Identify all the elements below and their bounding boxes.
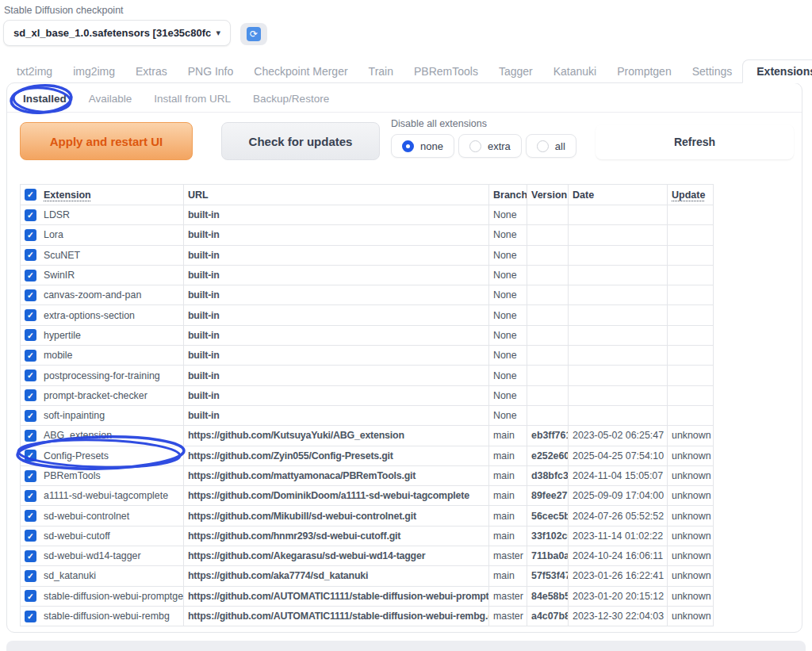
subtab-install-from-url[interactable]: Install from URL <box>154 93 231 105</box>
extension-checkbox[interactable]: ✓ <box>25 470 36 482</box>
extension-checkbox[interactable]: ✓ <box>25 389 36 401</box>
extension-url: https://github.com/aka7774/sd_katanuki <box>184 566 489 586</box>
extension-branch: None <box>489 325 527 345</box>
extension-date: 2023-01-20 20:15:12 <box>569 586 668 606</box>
next-section-edge <box>6 641 806 651</box>
checkpoint-value: sd_xl_base_1.0.safetensors [31e35c80fc] <box>13 27 211 39</box>
extension-checkbox[interactable]: ✓ <box>25 590 36 602</box>
extension-update <box>668 225 714 245</box>
extension-date <box>569 366 668 385</box>
radio-label: extra <box>488 140 511 152</box>
extension-update <box>668 205 714 225</box>
extension-version <box>527 385 569 405</box>
extension-checkbox[interactable]: ✓ <box>25 229 36 241</box>
extension-checkbox[interactable]: ✓ <box>25 450 36 461</box>
extension-checkbox[interactable]: ✓ <box>25 410 36 422</box>
extension-version: 711ba0af <box>527 546 569 566</box>
extension-checkbox[interactable]: ✓ <box>25 510 36 522</box>
extension-url: https://github.com/Mikubill/sd-webui-con… <box>184 506 489 526</box>
tab-settings[interactable]: Settings <box>682 59 743 82</box>
checkpoint-dropdown[interactable]: sd_xl_base_1.0.safetensors [31e35c80fc] … <box>3 20 231 46</box>
extension-checkbox[interactable]: ✓ <box>25 530 36 542</box>
table-row: ✓ sd_katanuki https://github.com/aka7774… <box>21 566 714 586</box>
radio-option-extra[interactable]: extra <box>458 134 522 158</box>
subtab-backup-restore[interactable]: Backup/Restore <box>253 93 329 105</box>
extension-date <box>569 205 668 225</box>
extension-update: unknown <box>668 606 714 626</box>
tab-tagger[interactable]: Tagger <box>488 59 543 82</box>
column-header-branch: Branch <box>489 185 527 205</box>
tab-txt2img[interactable]: txt2img <box>6 59 63 82</box>
extension-date <box>569 346 668 366</box>
extension-url: built-in <box>184 366 489 385</box>
table-row: ✓ canvas-zoom-and-pan built-in None <box>21 285 714 305</box>
extension-checkbox[interactable]: ✓ <box>25 430 36 442</box>
extension-update <box>668 305 714 325</box>
extension-date: 2025-09-09 17:04:00 <box>569 486 668 506</box>
tab-katanuki[interactable]: Katanuki <box>543 59 607 82</box>
extension-date <box>569 265 668 285</box>
table-row: ✓ ABG_extension https://github.com/Kutsu… <box>21 426 714 446</box>
column-header-update[interactable]: Update <box>672 190 705 201</box>
extension-branch: None <box>489 405 527 425</box>
extension-version: a4c07b85 <box>527 606 569 626</box>
extension-name: SwinIR <box>44 270 75 281</box>
table-row: ✓ SwinIR built-in None <box>21 265 714 285</box>
extension-date: 2023-05-02 06:25:47 <box>569 426 668 446</box>
extension-name: sd-webui-wd14-tagger <box>44 550 141 561</box>
select-all-checkbox[interactable]: ✓ <box>25 189 36 201</box>
tab-train[interactable]: Train <box>358 59 404 82</box>
extension-checkbox[interactable]: ✓ <box>25 289 36 301</box>
extension-branch: None <box>489 305 527 325</box>
extensions-table-body: ✓ LDSR built-in None ✓ Lora built-in Non… <box>21 205 714 626</box>
extension-branch: None <box>489 385 527 405</box>
tab-checkpoint-merger[interactable]: Checkpoint Merger <box>243 59 358 82</box>
extension-update <box>668 366 714 385</box>
extension-checkbox[interactable]: ✓ <box>25 370 36 381</box>
subtab-installed[interactable]: Installed <box>23 93 67 105</box>
tab-png-info[interactable]: PNG Info <box>178 59 244 82</box>
extension-checkbox[interactable]: ✓ <box>25 270 36 281</box>
extension-checkbox[interactable]: ✓ <box>25 249 36 261</box>
refresh-checkpoints-button[interactable]: ⟳ <box>240 23 267 45</box>
extension-date <box>569 285 668 305</box>
extension-date <box>569 405 668 425</box>
extension-date: 2024-11-04 15:05:07 <box>569 465 668 485</box>
extension-url: https://github.com/hnmr293/sd-webui-cuto… <box>184 526 489 546</box>
extension-url: built-in <box>184 205 489 225</box>
column-header-date: Date <box>569 185 668 205</box>
extension-branch: main <box>489 446 527 465</box>
tab-extensions[interactable]: Extensions <box>742 59 812 83</box>
table-row: ✓ postprocessing-for-training built-in N… <box>21 366 714 385</box>
extension-checkbox[interactable]: ✓ <box>25 550 36 562</box>
extension-checkbox[interactable]: ✓ <box>25 209 36 221</box>
table-row: ✓ Config-Presets https://github.com/Zyin… <box>21 446 714 465</box>
extension-date: 2024-10-24 16:06:11 <box>569 546 668 566</box>
extension-checkbox[interactable]: ✓ <box>25 611 36 622</box>
extension-name: LDSR <box>44 209 70 220</box>
extension-checkbox[interactable]: ✓ <box>25 490 36 502</box>
column-header-extension[interactable]: Extension <box>44 190 91 201</box>
subtab-available[interactable]: Available <box>89 93 132 105</box>
extension-version <box>527 305 569 325</box>
tab-pbremtools[interactable]: PBRemTools <box>404 59 488 82</box>
tab-promptgen[interactable]: Promptgen <box>607 59 681 82</box>
radio-option-all[interactable]: all <box>526 134 576 158</box>
extension-date <box>569 325 668 345</box>
extension-checkbox[interactable]: ✓ <box>25 350 36 362</box>
extension-checkbox[interactable]: ✓ <box>25 570 36 582</box>
extension-branch: None <box>489 285 527 305</box>
table-row: ✓ extra-options-section built-in None <box>21 305 714 325</box>
tab-img2img[interactable]: img2img <box>63 59 125 82</box>
tab-extras[interactable]: Extras <box>125 59 178 82</box>
extension-checkbox[interactable]: ✓ <box>25 329 36 341</box>
extension-checkbox[interactable]: ✓ <box>25 309 36 321</box>
check-for-updates-button[interactable]: Check for updates <box>221 122 380 160</box>
table-row: ✓ soft-inpainting built-in None <box>21 405 714 425</box>
extension-name: sd-webui-controlnet <box>44 511 129 522</box>
refresh-extensions-button[interactable]: Refresh <box>596 124 794 159</box>
apply-and-restart-button[interactable]: Apply and restart UI <box>20 122 193 160</box>
radio-option-none[interactable]: none <box>391 134 454 158</box>
table-row: ✓ ScuNET built-in None <box>21 245 714 265</box>
extension-date: 2023-12-30 22:04:03 <box>569 606 668 626</box>
